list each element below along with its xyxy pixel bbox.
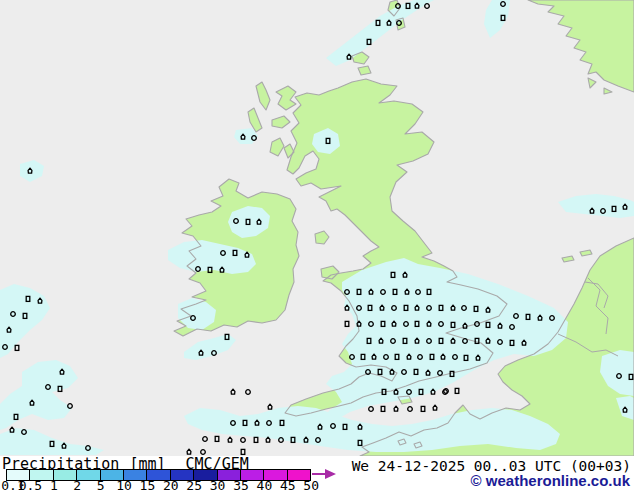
- scale-tick-label: 5: [97, 478, 105, 490]
- scale-tick-label: 25: [186, 478, 202, 490]
- scale-tick-labels: 0.10.5125101520253035404550: [0, 478, 340, 490]
- scale-tick-label: 10: [116, 478, 132, 490]
- scale-tick-label: 0.5: [19, 478, 42, 490]
- scale-tick-label: 1: [50, 478, 58, 490]
- scale-tick-label: 35: [233, 478, 249, 490]
- copyright: © weatheronline.co.uk: [471, 472, 630, 489]
- weather-map-page: Precipitation [mm] CMC/GEM 0.10.51251015…: [0, 0, 634, 490]
- scale-tick-label: 30: [210, 478, 226, 490]
- scale-tick-label: 2: [73, 478, 81, 490]
- scale-tick-label: 20: [163, 478, 179, 490]
- scale-tick-label: 45: [280, 478, 296, 490]
- scale-tick-label: 15: [140, 478, 156, 490]
- scale-tick-label: 40: [257, 478, 273, 490]
- scale-tick-label: 50: [303, 478, 319, 490]
- precipitation-map: [0, 0, 634, 456]
